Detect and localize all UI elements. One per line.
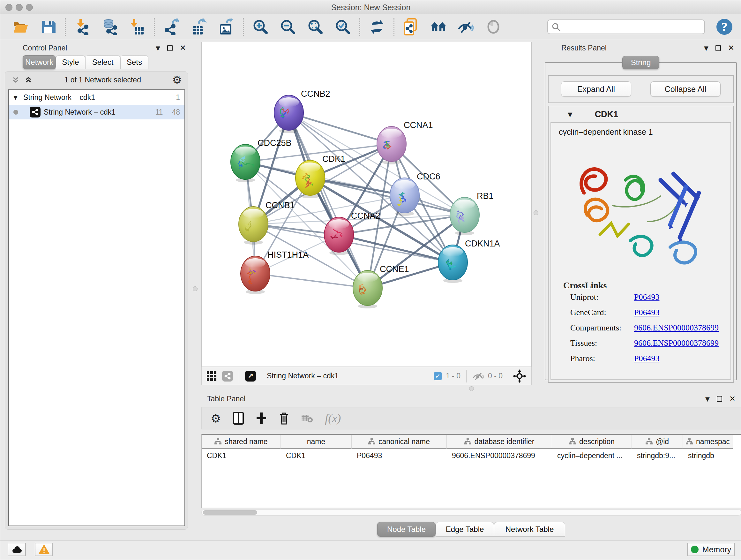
column-header[interactable]: @id: [632, 435, 683, 449]
right-splitter-grip[interactable]: [534, 210, 538, 215]
warnings-button[interactable]: [35, 543, 53, 556]
import-table-file-icon[interactable]: [129, 18, 145, 35]
tab-sets[interactable]: Sets: [120, 55, 148, 69]
entry-collapse-icon[interactable]: ▼: [568, 111, 572, 118]
save-session-icon[interactable]: [40, 18, 57, 35]
crosslink-link[interactable]: 9606.ENSP00000378699: [634, 323, 719, 333]
string-network-graph[interactable]: CCNB2CCNA1CDC25BCDK1CDC6RB1CCNB1CCNA2CDK…: [202, 42, 531, 367]
detach-view-icon[interactable]: ↗: [245, 371, 256, 381]
column-header[interactable]: name: [281, 435, 352, 449]
collapse-all-button[interactable]: Collapse All: [650, 81, 721, 97]
panel-menu-icon[interactable]: ▼: [704, 45, 709, 51]
collection-expand-icon[interactable]: ▼: [13, 94, 17, 101]
export-network-icon[interactable]: [163, 18, 180, 35]
zoom-selected-icon[interactable]: [334, 18, 351, 35]
import-network-database-icon[interactable]: [102, 18, 118, 35]
zoom-fit-icon[interactable]: [307, 18, 324, 35]
column-header[interactable]: canonical name: [352, 435, 447, 449]
tab-network-table[interactable]: Network Table: [494, 522, 565, 537]
search-input[interactable]: [547, 19, 705, 34]
crosslink-row: Compartments: 9606.ENSP00000378699: [570, 323, 731, 333]
node-CCNB2[interactable]: [274, 95, 304, 133]
hide-unhide-icon[interactable]: [458, 18, 474, 35]
clone-network-icon[interactable]: [403, 18, 419, 35]
home-string-icon[interactable]: [430, 18, 447, 35]
column-header[interactable]: description: [552, 435, 632, 449]
node-HIST1H1A[interactable]: [241, 256, 270, 294]
node-CDC25B[interactable]: [231, 144, 260, 182]
tab-network[interactable]: Network: [23, 55, 56, 69]
panel-menu-icon[interactable]: ▼: [705, 395, 710, 402]
network-canvas[interactable]: CCNB2CCNA1CDC25BCDK1CDC6RB1CCNB1CCNA2CDK…: [201, 42, 532, 367]
panel-close-icon[interactable]: ✕: [728, 44, 734, 52]
panel-menu-icon[interactable]: ▼: [156, 45, 160, 51]
crosslink-link[interactable]: 9606.ENSP00000378699: [634, 338, 719, 348]
pan-crosshair-icon[interactable]: [513, 369, 526, 383]
title-bar: Session: New Session: [0, 0, 741, 14]
network-tree: ▼ String Network – cdk1 1 String Network…: [8, 89, 185, 526]
open-session-icon[interactable]: [12, 18, 29, 35]
zoom-out-icon[interactable]: [280, 18, 296, 35]
crosslink-link[interactable]: P06493: [634, 293, 659, 302]
network-selection-summary: 1 of 1 Network selected: [33, 76, 172, 84]
crosslink-link[interactable]: P06493: [634, 308, 659, 317]
node-CDKN1A[interactable]: [438, 245, 468, 283]
help-button[interactable]: ?: [717, 19, 732, 35]
crosslink-label: Pharos:: [570, 354, 634, 363]
table-panel: Table Panel ▼ ✕ ⚙: [201, 392, 741, 540]
delete-column-icon[interactable]: [279, 412, 289, 425]
edge-HIST1H1A-CCNE1[interactable]: [255, 273, 367, 288]
bottom-splitter-grip[interactable]: [469, 386, 474, 391]
crosslink-link[interactable]: P06493: [634, 354, 659, 363]
column-header[interactable]: database identifier: [447, 435, 552, 449]
export-image-icon[interactable]: [218, 18, 234, 35]
node-CCNB1[interactable]: [239, 206, 268, 245]
current-network-name: String Network – cdk1: [267, 372, 428, 380]
tab-edge-table[interactable]: Edge Table: [435, 522, 494, 537]
crosslink-label: Tissues:: [570, 338, 634, 348]
grid-view-icon[interactable]: [207, 371, 216, 381]
panel-float-icon[interactable]: [167, 45, 173, 51]
network-view-share-icon[interactable]: [222, 371, 233, 381]
show-columns-icon[interactable]: [233, 412, 244, 425]
scrollbar-thumb[interactable]: [203, 510, 257, 515]
panel-close-icon[interactable]: ✕: [729, 394, 736, 403]
export-table-icon[interactable]: [191, 18, 207, 35]
table-options-gear-icon[interactable]: ⚙: [211, 412, 221, 425]
cloud-button[interactable]: [8, 543, 26, 556]
network-options-gear-icon[interactable]: ⚙: [172, 73, 182, 86]
network-row-selected[interactable]: String Network – cdk1 11 48: [9, 105, 185, 119]
add-column-icon[interactable]: [256, 412, 267, 425]
column-header[interactable]: namespac: [683, 435, 733, 449]
node-RB1[interactable]: [450, 197, 479, 235]
edge-CCNB2-CCNE1[interactable]: [289, 113, 367, 288]
selected-checkbox-icon[interactable]: ✓: [434, 372, 442, 380]
edge-CCNB2-CCNA1[interactable]: [289, 113, 392, 144]
tab-select[interactable]: Select: [85, 55, 120, 69]
string-results-box: Expand All Collapse All ▼ CDK1 cyclin–de…: [545, 62, 737, 380]
expand-all-button[interactable]: Expand All: [561, 81, 631, 97]
collapse-all-networks-icon[interactable]: [11, 75, 20, 84]
zoom-in-icon[interactable]: [252, 18, 269, 35]
import-network-file-icon[interactable]: [74, 18, 91, 35]
panel-float-icon[interactable]: [716, 45, 721, 51]
tab-style[interactable]: Style: [56, 55, 85, 69]
left-splitter-grip[interactable]: [193, 287, 198, 291]
table-horizontal-scrollbar[interactable]: [201, 509, 741, 516]
control-panel-tabs: Network Style Select Sets: [23, 55, 190, 69]
tab-node-table[interactable]: Node Table: [377, 522, 435, 537]
expand-all-networks-icon[interactable]: [23, 75, 33, 84]
panel-float-icon[interactable]: [717, 396, 722, 402]
node-CCNA1[interactable]: [377, 126, 406, 165]
column-header[interactable]: shared name: [202, 435, 281, 449]
memory-button[interactable]: Memory: [687, 543, 735, 556]
panel-close-icon[interactable]: ✕: [180, 44, 186, 52]
tab-string[interactable]: String: [622, 56, 659, 69]
network-collection-row[interactable]: ▼ String Network – cdk1 1: [9, 90, 185, 105]
node-CDK1[interactable]: [295, 160, 325, 198]
table-row[interactable]: CDK1 CDK1 P06493 9606.ENSP00000378699 cy…: [202, 449, 741, 462]
table-panel-title: Table Panel: [207, 395, 246, 403]
node-CCNE1[interactable]: [353, 270, 382, 308]
apply-layout-icon[interactable]: [368, 18, 385, 35]
node-CCNA2[interactable]: [324, 217, 354, 255]
